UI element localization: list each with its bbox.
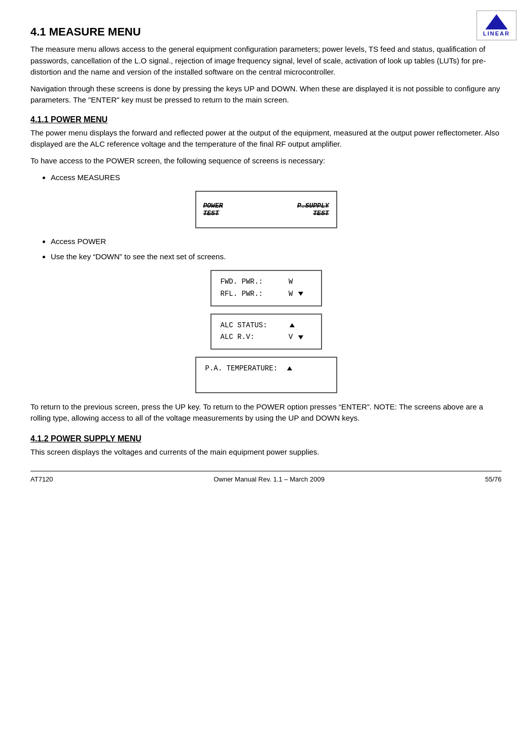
subsection-411-title: 4.1.1 POWER MENU <box>30 115 502 124</box>
footer-page: 55/76 <box>485 475 502 483</box>
alc-status-arrow-up-icon <box>290 323 295 327</box>
pa-temp-line: P.A. TEMPERATURE: <box>205 363 327 375</box>
bullet-item-use-down: Use the key “DOWN” to see the next set o… <box>51 251 502 263</box>
pa-temp-arrow-up-icon <box>287 366 292 370</box>
rfl-pwr-val: W <box>289 290 293 298</box>
bullet-list-power: Access POWER Use the key “DOWN” to see t… <box>51 235 502 263</box>
footer-model: AT7120 <box>30 475 53 483</box>
alc-screen-container: ALC STATUS: ALC R.V: V <box>30 314 502 350</box>
logo-box: LINEAR <box>476 10 517 41</box>
fwd-pwr-val: W <box>289 278 293 286</box>
section-title: 4.1 MEASURE MENU <box>30 25 502 39</box>
alc-rv-arrow-down-icon <box>298 335 303 339</box>
alc-rv-val: V <box>289 333 293 341</box>
bullet-list-measures: Access MEASURES <box>51 171 502 184</box>
alc-screen-box: ALC STATUS: ALC R.V: V <box>210 314 322 350</box>
power-menu-para-2: To have access to the POWER screen, the … <box>30 155 502 167</box>
intro-para-2: Navigation through these screens is done… <box>30 83 502 106</box>
bullet-item-access-measures: Access MEASURES <box>51 171 502 184</box>
power-menu-para-1: The power menu displays the forward and … <box>30 127 502 150</box>
return-note: To return to the previous screen, press … <box>30 401 502 424</box>
subsection-412-title: 4.1.2 POWER SUPPLY MENU <box>30 434 502 443</box>
measures-screen-test1: TEST <box>203 210 219 217</box>
logo-triangle-icon <box>485 14 508 29</box>
page-footer: AT7120 Owner Manual Rev. 1.1 – March 200… <box>30 471 502 483</box>
fwd-pwr-label: FWD. PWR.: <box>221 278 263 286</box>
intro-para-1: The measure menu allows access to the ge… <box>30 44 502 78</box>
fwd-pwr-line: FWD. PWR.: W <box>221 276 312 288</box>
fwd-screen-container: FWD. PWR.: W RFL. PWR.: W <box>30 270 502 306</box>
measures-screen: POWER P.SUPPLY TEST TEST <box>195 191 337 228</box>
pa-temp-empty-line <box>205 375 327 387</box>
logo-text: LINEAR <box>483 30 510 37</box>
alc-rv-line: ALC R.V: V <box>221 331 312 343</box>
logo-area: LINEAR <box>476 10 517 41</box>
alc-status-line: ALC STATUS: <box>221 320 312 332</box>
measures-screen-container: POWER P.SUPPLY TEST TEST <box>30 191 502 228</box>
pa-temp-label: P.A. TEMPERATURE: <box>205 364 278 372</box>
alc-status-label: ALC STATUS: <box>221 321 267 329</box>
rfl-pwr-label: RFL. PWR.: <box>221 290 263 298</box>
power-supply-para: This screen displays the voltages and cu… <box>30 446 502 458</box>
pa-screen-box: P.A. TEMPERATURE: <box>195 357 337 393</box>
pa-screen-container: P.A. TEMPERATURE: <box>30 357 502 393</box>
measures-screen-power: POWER <box>203 202 223 210</box>
rfl-pwr-line: RFL. PWR.: W <box>221 288 312 300</box>
alc-rv-label: ALC R.V: <box>221 333 255 341</box>
measures-screen-row-1: POWER P.SUPPLY <box>196 202 336 210</box>
rfl-arrow-down-icon <box>298 292 303 296</box>
footer-center: Owner Manual Rev. 1.1 – March 2009 <box>214 475 325 483</box>
bullet-item-access-power: Access POWER <box>51 235 502 248</box>
measures-screen-psupply: P.SUPPLY <box>297 202 329 210</box>
measures-screen-test2: TEST <box>313 210 329 217</box>
measures-screen-row-2: TEST TEST <box>196 210 336 217</box>
fwd-screen-box: FWD. PWR.: W RFL. PWR.: W <box>210 270 322 306</box>
